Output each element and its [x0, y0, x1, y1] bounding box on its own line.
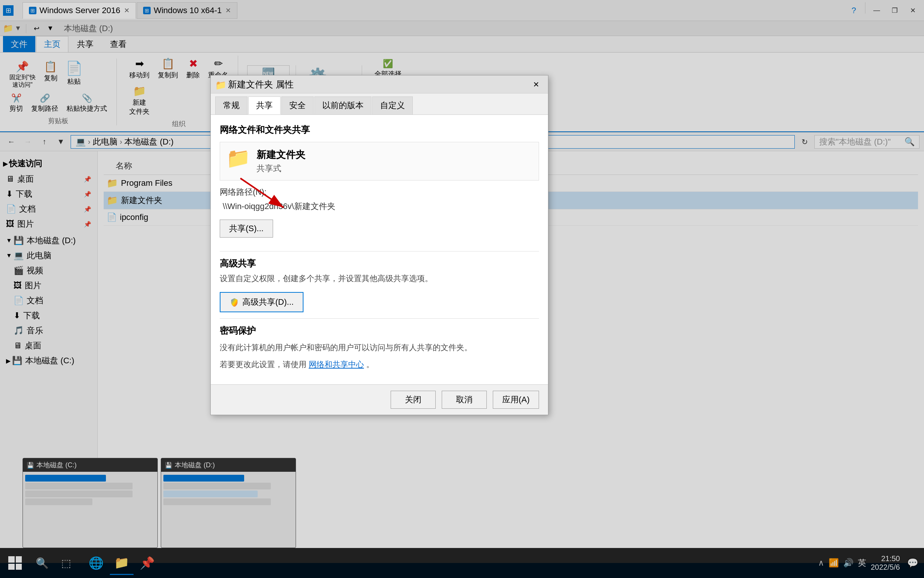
network-path-value: \\Win-oiqgg2dn36v\新建文件夹	[223, 201, 539, 212]
dialog-close-button[interactable]: ✕	[529, 77, 543, 92]
advanced-share-button[interactable]: 高级共享(D)...	[220, 292, 304, 312]
dialog-apply-btn[interactable]: 应用(A)	[493, 391, 539, 409]
password-link-text: 若要更改此设置，请使用 网络和共享中心 。	[220, 358, 539, 371]
share-folder-status: 共享式	[257, 163, 305, 174]
dialog-tab-sharing[interactable]: 共享	[248, 96, 281, 114]
password-title: 密码保护	[220, 325, 539, 337]
dialog-tab-security[interactable]: 安全	[281, 96, 314, 114]
dialog-content: 网络文件和文件夹共享 📁 新建文件夹 共享式 网络路径(N): \\Win-oi…	[211, 115, 548, 384]
password-desc: 没有此计算机的用户帐户和密码的用户可以访问与所有人共享的文件夹。	[220, 341, 539, 354]
advanced-sharing-title: 高级共享	[220, 258, 539, 270]
big-folder-icon: 📁	[226, 148, 251, 168]
properties-dialog: 📁 新建文件夹 属性 ✕ 常规 共享 安全 以前的版本 自定义 网络文件和文件夹…	[210, 75, 548, 415]
advanced-sharing-desc: 设置自定义权限，创建多个共享，并设置其他高级共享选项。	[220, 273, 539, 284]
network-sharing-center-link[interactable]: 网络和共享中心	[309, 360, 364, 369]
dialog-tabs: 常规 共享 安全 以前的版本 自定义	[211, 93, 548, 115]
dialog-footer: 关闭 取消 应用(A)	[211, 384, 548, 415]
dialog-title-bar: 📁 新建文件夹 属性 ✕	[211, 75, 548, 93]
divider2	[220, 318, 539, 319]
dialog-tab-customize[interactable]: 自定义	[372, 96, 413, 114]
dialog-close-footer-btn[interactable]: 关闭	[390, 391, 436, 409]
share-folder-display: 📁 新建文件夹 共享式	[220, 142, 539, 180]
sharing-section-title: 网络文件和文件夹共享	[220, 124, 539, 136]
dialog-tab-general[interactable]: 常规	[215, 96, 247, 114]
shield-icon	[229, 297, 239, 307]
dialog-cancel-btn[interactable]: 取消	[442, 391, 487, 409]
share-folder-name: 新建文件夹	[257, 148, 305, 161]
dialog-folder-icon: 📁	[215, 80, 224, 89]
share-button[interactable]: 共享(S)...	[220, 219, 273, 237]
divider1	[220, 251, 539, 252]
dialog-title: 新建文件夹 属性	[228, 78, 529, 91]
network-path-label: 网络路径(N):	[220, 187, 539, 198]
dialog-tab-previous[interactable]: 以前的版本	[314, 96, 371, 114]
